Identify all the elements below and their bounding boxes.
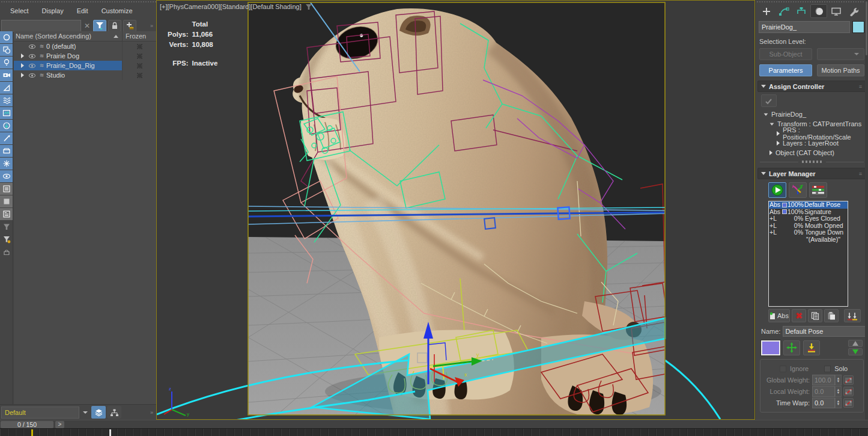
dropdown-arrow-icon[interactable] [83,411,88,414]
filter-bones-icon[interactable] [0,132,13,144]
tree-expand-icon[interactable] [770,123,774,125]
filter-cameras-icon[interactable] [0,69,13,81]
display-detail-view-icon[interactable] [0,208,13,220]
paste-layer-button[interactable] [824,309,839,322]
tree-item-root[interactable]: PrairieDog_ [762,109,866,119]
motion-paths-button[interactable]: Motion Paths [817,64,864,76]
expand-arrow-icon[interactable] [14,54,27,58]
next-frame-button[interactable]: > [55,421,64,428]
global-weight-spinner[interactable]: ▲▼ [835,375,842,385]
object-name-field[interactable] [759,21,850,33]
panel-scrollbar[interactable] [865,0,868,428]
layer-ranges-button[interactable] [809,182,827,198]
viewport-scene[interactable]: y x z y [157,1,754,419]
global-weight-curve-button[interactable] [843,375,854,385]
rollout-menu-icon[interactable]: ≡ [859,171,863,177]
copy-layer-button[interactable] [808,309,822,322]
layer-row-available[interactable]: "(Available)" [769,236,848,244]
layer-list[interactable]: Abs100%Default Pose Abs100%Signature +L0… [768,201,848,307]
ignore-checkbox[interactable] [780,366,786,372]
filter-xrefs-icon[interactable] [0,120,13,132]
local-weight-curve-button[interactable] [843,387,854,396]
layer-color-chip[interactable] [782,209,787,214]
rollout-resize-splitter[interactable] [757,159,866,165]
menu-edit[interactable]: Edit [71,6,94,16]
column-name[interactable]: Name (Sorted Ascending) [16,32,91,40]
tab-modify[interactable] [775,4,792,18]
visibility-eye-icon[interactable] [27,45,37,49]
column-frozen[interactable]: Frozen [122,31,156,41]
table-row[interactable]: ≋Prairie Dog [14,51,156,61]
viewport-filter-icon[interactable] [305,4,312,10]
expand-arrow-icon[interactable] [14,73,27,78]
explorer-header-row[interactable]: Name (Sorted Ascending) Frozen [14,31,156,41]
collect-icon[interactable] [0,246,13,258]
visibility-eye-icon[interactable] [27,64,37,68]
tab-display[interactable] [828,4,845,18]
menu-select[interactable]: Select [5,6,34,16]
rollout-menu-icon[interactable]: ≡ [859,84,863,90]
tab-hierarchy[interactable] [793,4,810,18]
track-bar[interactable] [0,428,868,436]
search-input[interactable] [1,20,81,32]
parameters-button[interactable]: Parameters [759,64,812,76]
filter-config-icon[interactable] [0,233,13,245]
add-abs-layer-button[interactable]: Abs [768,309,790,322]
sub-object-button[interactable]: Sub-Object [759,48,812,60]
tree-expand-icon[interactable] [769,150,772,155]
layer-row-selected[interactable]: Abs100%Default Pose [769,201,848,209]
filter-helpers-icon[interactable] [0,82,13,94]
global-weight-field[interactable] [812,375,835,385]
add-to-selection-button[interactable] [123,20,136,32]
layer-name-field[interactable] [783,326,868,337]
filter-groups-icon[interactable] [0,107,13,119]
menu-customize[interactable]: Customize [96,6,138,16]
table-row-selected[interactable]: ≋Prairie_Dog_Rig [14,61,156,70]
filter-hidden-icon[interactable] [0,170,13,182]
filter-lights-icon[interactable] [0,57,13,69]
tree-expand-icon[interactable] [777,131,780,136]
frozen-cell[interactable] [122,51,156,61]
clear-search-icon[interactable]: ✕ [83,22,91,30]
insert-layer-button[interactable] [803,340,820,355]
move-layer-down-button[interactable] [848,348,863,355]
toolbar-overflow-chevron[interactable]: » [150,23,155,29]
layer-row[interactable]: +L0%Eyes Closed [769,215,848,223]
solo-checkbox[interactable] [824,366,831,372]
tree-item-object[interactable]: Object (CAT Object) [762,148,866,158]
filter-frozen-icon[interactable] [0,158,13,170]
lock-explorer-button[interactable] [108,20,121,32]
time-warp-curve-button[interactable] [843,398,854,408]
toolbar-overflow-chevron[interactable]: » [150,410,155,416]
setup-animation-mode-button[interactable] [768,182,786,198]
sub-object-dropdown[interactable] [817,48,864,60]
tree-item-prs[interactable]: PRS : Position/Rotation/Scale [762,129,866,138]
time-warp-spinner[interactable]: ▲▼ [835,398,842,408]
tab-create[interactable] [758,4,775,18]
expand-arrow-icon[interactable] [14,63,27,68]
move-layer-up-button[interactable] [848,340,863,347]
viewport-label[interactable]: [+][PhysCamera000][Standard][Default Sha… [160,3,312,10]
tree-expand-icon[interactable] [777,141,780,146]
cat-rig-button[interactable] [789,182,807,198]
layer-row[interactable]: +L0%Tongue Down [769,229,848,236]
time-warp-field[interactable] [812,398,835,408]
assign-controller-header[interactable]: Assign Controller ≡ [757,81,866,92]
filter-shapes-icon[interactable] [0,44,13,56]
local-weight-field[interactable] [812,386,835,397]
tree-expand-icon[interactable] [764,113,768,115]
schematic-view-button[interactable] [107,406,121,419]
filter-toggle-button[interactable] [93,20,106,32]
visibility-eye-icon[interactable] [27,54,37,58]
anim-layers-button[interactable] [91,406,106,419]
display-thumbnail-icon[interactable] [0,195,13,207]
frozen-cell[interactable] [122,70,156,80]
layer-manager-header[interactable]: Layer Manager ≡ [757,168,866,179]
object-color-swatch[interactable] [852,21,864,33]
viewport-physcamera[interactable]: y x z y [+][PhysCamera000][Standard][Def… [156,0,755,420]
frozen-cell[interactable] [122,41,156,51]
frozen-cell[interactable] [122,61,156,70]
delete-layer-button[interactable]: ✖ [792,309,806,322]
anim-layer-dropdown[interactable]: Default [1,407,79,419]
tab-motion[interactable] [810,4,827,18]
